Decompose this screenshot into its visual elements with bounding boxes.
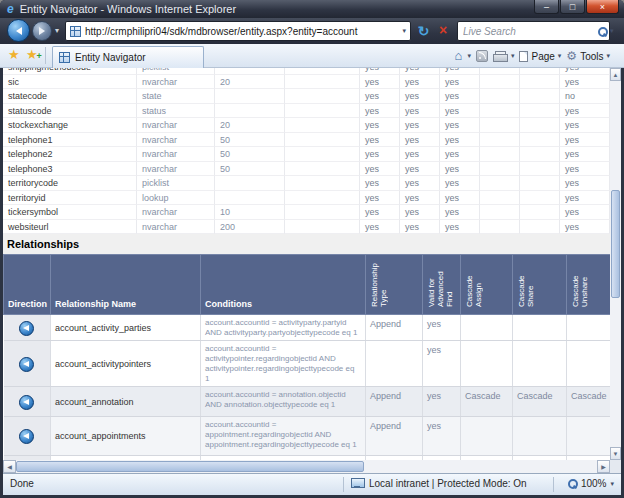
window-title: Entity Navigator - Windows Internet Expl… [20,3,236,15]
attribute-flag: yes [560,191,610,206]
relationship-conditions: account.accountid = appointment.regardin… [201,417,366,456]
relationship-name: account_activity_parties [51,315,201,341]
attribute-type: nvarchar [137,118,215,133]
home-icon[interactable]: ⌂ [455,49,463,63]
attribute-length [215,191,285,206]
attribute-name: telephone1 [3,133,137,148]
relationship-type: Append [366,387,423,417]
favorites-center-icon[interactable]: ★ [8,48,20,62]
direction-back-icon[interactable] [19,321,34,336]
search-options-dropdown[interactable]: ▾ [610,27,614,35]
status-separator [343,477,344,492]
search-input[interactable] [463,23,595,39]
relationship-type [366,341,423,387]
attribute-name: statuscode [3,104,137,119]
maximize-button[interactable]: □ [560,0,585,14]
tools-menu[interactable]: ⚙ Tools ▾ [566,50,610,63]
refresh-button[interactable]: ↻ [414,21,433,41]
attribute-name: stockexchange [3,118,137,133]
direction-back-icon[interactable] [19,357,34,372]
attribute-flag: yes [440,176,480,191]
address-history-dropdown[interactable]: ▾ [402,27,406,35]
zoom-control[interactable]: 100% ▾ [568,478,614,489]
attribute-flag: yes [440,191,480,206]
page-icon [519,51,528,62]
horizontal-scroll-thumb[interactable] [16,461,364,472]
close-button[interactable]: × [586,0,619,14]
scroll-right-button[interactable]: ▶ [597,460,610,473]
cascade-assign [461,417,513,456]
recent-pages-dropdown[interactable]: ▾ [55,27,59,35]
attribute-flag: yes [560,147,610,162]
attribute-flag: yes [400,104,440,119]
direction-back-icon[interactable] [19,429,34,444]
scrollbar-corner [610,460,621,473]
attribute-flag: yes [400,162,440,177]
page-menu-dropdown: ▾ [558,52,562,60]
attribute-length: 50 [215,133,285,148]
address-input[interactable] [81,23,402,39]
attribute-name: territoryid [3,191,137,206]
relationships-section-header: Relationships [3,234,610,254]
cascade-share: Cascade [513,387,567,417]
forward-arrow-icon [39,27,45,35]
col-header-cascade-unshare: Cascade Unshare [567,255,611,315]
relationship-row: account_activitypointers account.account… [4,341,611,387]
tab-favicon-icon [59,52,70,63]
scroll-down-button[interactable]: ▼ [610,447,621,460]
direction-cell [4,417,51,456]
scroll-up-button[interactable]: ▲ [610,68,621,81]
attribute-row: tickersymbol nvarchar 10 yes yes yes yes [3,205,610,220]
minimize-button[interactable]: – [534,0,559,14]
print-dropdown[interactable]: ▾ [511,52,515,60]
relationship-conditions: account.accountid = activityparty.partyi… [201,315,366,341]
horizontal-scrollbar[interactable]: ◀ ▶ [3,460,610,473]
navigation-bar: ▾ ▾ ↻ × ▾ [0,18,624,44]
vertical-scrollbar[interactable]: ▲ ▼ [610,68,621,460]
col-header-relationship-type: Relationship Type [366,255,423,315]
plus-icon: + [36,49,41,63]
attribute-flag: yes [400,89,440,104]
attribute-flag: yes [360,104,400,119]
attribute-type: nvarchar [137,147,215,162]
relationship-name: account_annotation [51,387,201,417]
zoom-level: 100% [581,478,607,489]
col-header-direction: Direction [4,255,51,315]
attribute-flag: yes [440,133,480,148]
search-magnifier-icon[interactable] [598,27,607,36]
cascade-unshare [567,341,611,387]
attribute-name: telephone2 [3,147,137,162]
attribute-flag: yes [560,75,610,90]
relationship-name: account_appointments [51,417,201,456]
attribute-length: 20 [215,118,285,133]
toolbar-separator [45,47,46,64]
add-favorite-icon[interactable]: ★+ [26,48,38,62]
vertical-scroll-thumb[interactable] [611,190,620,298]
attribute-flag: yes [360,118,400,133]
attribute-flag: yes [440,147,480,162]
page-favicon-icon [70,26,81,37]
forward-button[interactable] [32,21,52,41]
direction-back-icon[interactable] [19,395,34,410]
relationship-type: Append [366,417,423,456]
back-button[interactable] [7,19,30,42]
attribute-flag: yes [560,176,610,191]
scroll-left-button[interactable]: ◀ [3,460,16,473]
attribute-name: statecode [3,89,137,104]
stop-button[interactable]: × [434,21,452,41]
tools-menu-label: Tools [580,51,603,62]
attribute-flag: yes [400,147,440,162]
attribute-flag: yes [440,118,480,133]
cascade-assign: Cascade [461,387,513,417]
tab-entity-navigator[interactable]: Entity Navigator [52,46,204,68]
attribute-row: statecode state yes yes yes no [3,89,610,104]
zone-text: Local intranet | Protected Mode: On [369,478,527,489]
zoom-magnifier-icon [568,479,577,488]
feeds-icon[interactable] [476,50,488,62]
direction-cell [4,341,51,387]
window-controls: – □ × [533,0,619,14]
page-menu[interactable]: Page ▾ [519,51,561,62]
zoom-dropdown[interactable]: ▾ [610,480,614,488]
print-icon[interactable] [493,51,506,62]
home-dropdown[interactable]: ▾ [467,52,471,60]
